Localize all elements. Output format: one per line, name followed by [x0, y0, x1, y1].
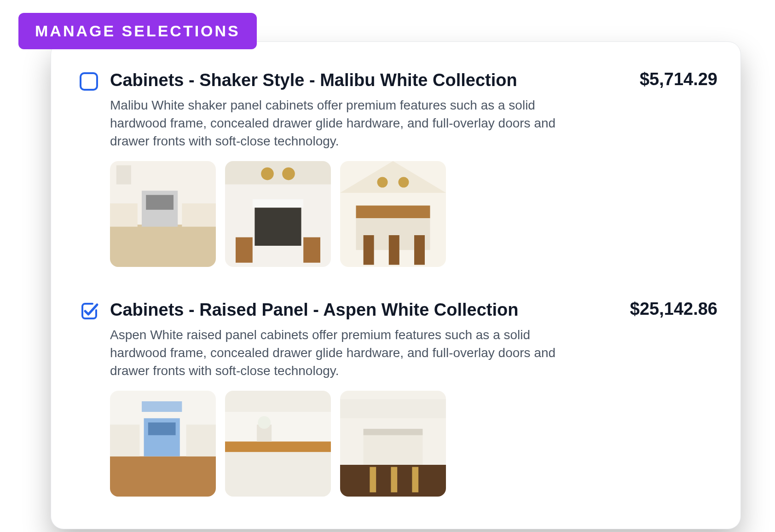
- svg-rect-45: [391, 467, 397, 492]
- svg-rect-9: [225, 161, 331, 185]
- selection-item: Cabinets - Raised Panel - Aspen White Co…: [79, 295, 717, 506]
- selection-title: Cabinets - Raised Panel - Aspen White Co…: [110, 299, 519, 321]
- svg-rect-31: [142, 401, 182, 412]
- selection-content: Cabinets - Raised Panel - Aspen White Co…: [110, 299, 717, 497]
- kitchen-photo-icon: [225, 161, 331, 267]
- thumbnail-row: [110, 391, 717, 497]
- svg-rect-20: [364, 235, 374, 265]
- svg-rect-41: [364, 433, 423, 465]
- thumbnail-image[interactable]: [340, 391, 446, 497]
- thumbnail-image[interactable]: [110, 391, 216, 497]
- svg-rect-7: [116, 165, 131, 184]
- svg-rect-43: [340, 399, 446, 418]
- svg-rect-27: [110, 425, 139, 457]
- svg-rect-4: [146, 195, 174, 210]
- svg-rect-26: [110, 457, 216, 497]
- svg-rect-18: [356, 206, 430, 219]
- thumbnail-image[interactable]: [340, 161, 446, 267]
- selection-description: Malibu White shaker panel cabinets offer…: [110, 96, 579, 150]
- svg-point-23: [377, 177, 388, 188]
- svg-rect-6: [182, 203, 216, 227]
- svg-rect-35: [225, 452, 331, 497]
- selection-price: $25,142.86: [630, 299, 717, 319]
- manage-selections-badge: MANAGE SELECTIONS: [18, 13, 257, 49]
- thumbnail-row: [110, 161, 717, 267]
- selections-card: Cabinets - Shaker Style - Malibu White C…: [51, 41, 741, 529]
- svg-rect-34: [289, 442, 331, 452]
- svg-rect-11: [253, 199, 303, 208]
- svg-rect-30: [148, 422, 176, 435]
- svg-point-38: [258, 416, 271, 429]
- svg-rect-46: [412, 467, 418, 492]
- svg-rect-5: [110, 203, 138, 227]
- selection-title: Cabinets - Shaker Style - Malibu White C…: [110, 69, 517, 92]
- kitchen-photo-icon: [225, 391, 331, 497]
- thumbnail-image[interactable]: [110, 161, 216, 267]
- svg-rect-33: [225, 442, 289, 452]
- svg-rect-22: [414, 235, 425, 265]
- kitchen-photo-icon: [340, 161, 446, 267]
- check-square-icon: [79, 301, 99, 321]
- thumbnail-image[interactable]: [225, 391, 331, 497]
- svg-rect-42: [364, 429, 423, 435]
- kitchen-photo-icon: [340, 391, 446, 497]
- selection-description: Aspen White raised panel cabinets offer …: [110, 326, 579, 380]
- checkbox-unchecked[interactable]: [79, 71, 99, 92]
- selection-price: $5,714.29: [640, 69, 717, 89]
- svg-rect-21: [389, 235, 399, 265]
- kitchen-photo-icon: [110, 391, 216, 497]
- thumbnail-image[interactable]: [225, 161, 331, 267]
- checkbox-checked[interactable]: [79, 301, 99, 321]
- square-icon: [79, 71, 99, 92]
- svg-rect-44: [370, 467, 376, 492]
- svg-point-13: [282, 168, 295, 180]
- selection-content: Cabinets - Shaker Style - Malibu White C…: [110, 69, 717, 267]
- svg-rect-2: [110, 225, 216, 267]
- svg-rect-15: [303, 237, 320, 263]
- svg-rect-14: [236, 237, 253, 263]
- svg-rect-10: [254, 203, 301, 246]
- svg-rect-36: [225, 391, 331, 412]
- kitchen-photo-icon: [110, 161, 216, 267]
- svg-point-12: [261, 168, 274, 180]
- svg-point-24: [399, 177, 409, 188]
- selection-item: Cabinets - Shaker Style - Malibu White C…: [79, 65, 717, 276]
- svg-rect-0: [81, 73, 97, 90]
- svg-rect-28: [186, 425, 216, 457]
